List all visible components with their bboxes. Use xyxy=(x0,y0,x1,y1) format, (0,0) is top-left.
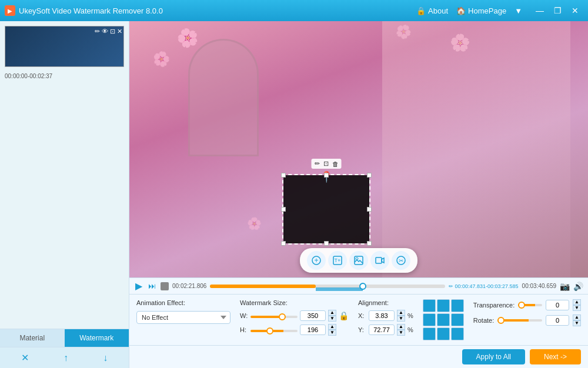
edit-thumb-icon[interactable]: ✏ xyxy=(95,28,100,35)
x-row: X: 3.83 ▲ ▼ % xyxy=(358,310,413,322)
align-bottom-center[interactable] xyxy=(437,327,450,340)
wm-delete-button[interactable]: 🗑 xyxy=(331,159,340,168)
stop-button[interactable] xyxy=(161,282,169,290)
pencil-icon: ✏ xyxy=(449,283,455,289)
height-input[interactable]: 196 xyxy=(300,324,326,335)
alignment-label: Alignment: xyxy=(358,299,413,306)
add-video-button[interactable] xyxy=(370,251,389,270)
transparency-slider[interactable] xyxy=(518,304,542,306)
resize-handle-tl[interactable] xyxy=(281,173,286,178)
wm-copy-button[interactable]: ⊡ xyxy=(322,159,330,168)
x-down-btn[interactable]: ▼ xyxy=(397,316,405,322)
rotate-slider[interactable] xyxy=(497,319,542,322)
align-top-right[interactable] xyxy=(451,299,464,312)
align-middle-center[interactable] xyxy=(437,313,450,326)
about-nav[interactable]: 🔒 About xyxy=(416,6,448,15)
rotate-input[interactable]: 0 xyxy=(546,315,569,326)
sidebar-tabs: Material Watermark xyxy=(0,329,129,347)
delete-action-button[interactable]: ✕ xyxy=(18,351,32,364)
homepage-nav[interactable]: 🏠 HomePage xyxy=(456,6,506,15)
apply-to-all-button[interactable]: Apply to All xyxy=(462,349,525,364)
tab-material[interactable]: Material xyxy=(0,329,65,347)
delete-thumb-icon[interactable]: ✕ xyxy=(117,28,122,35)
rotate-spinners: ▲ ▼ xyxy=(573,315,581,326)
resize-handle-tr[interactable] xyxy=(367,173,372,178)
watermark-selection-box[interactable]: 📍 ✏ ⊡ 🗑 xyxy=(282,174,370,245)
align-top-center[interactable] xyxy=(437,299,450,312)
animation-effect-select[interactable]: No Effect xyxy=(136,311,230,324)
width-down-btn[interactable]: ▼ xyxy=(328,316,336,322)
character-area xyxy=(382,21,570,277)
eye-icon[interactable]: 👁 xyxy=(102,28,108,35)
y-up-btn[interactable]: ▲ xyxy=(397,324,405,330)
thumbnail-icons: ✏ 👁 ⊡ ✕ xyxy=(95,28,122,35)
transparency-down-btn[interactable]: ▼ xyxy=(573,305,581,311)
next-button[interactable]: Next -> xyxy=(530,349,581,364)
align-top-left[interactable] xyxy=(423,299,436,312)
height-row: H: 196 ▲ ▼ xyxy=(240,324,349,336)
restore-button[interactable]: ❐ xyxy=(549,2,566,19)
height-up-btn[interactable]: ▲ xyxy=(328,324,336,330)
svg-text:+: + xyxy=(314,256,318,265)
add-mosaic-button[interactable]: ✂ xyxy=(392,251,410,270)
transparency-up-btn[interactable]: ▲ xyxy=(573,299,581,305)
timeline-progress xyxy=(210,285,316,288)
x-label: X: xyxy=(358,312,366,319)
flower-deco-1: 🌸 xyxy=(173,24,201,51)
y-input[interactable]: 72.77 xyxy=(369,324,395,335)
add-watermark-button[interactable]: + xyxy=(307,251,326,270)
height-slider[interactable] xyxy=(250,330,298,332)
lock-aspect-icon[interactable]: 🔒 xyxy=(339,311,349,320)
about-label: About xyxy=(428,6,448,15)
resize-handle-top[interactable] xyxy=(324,173,329,178)
step-forward-button[interactable]: ⏭ xyxy=(147,282,157,290)
align-bottom-left[interactable] xyxy=(423,327,436,340)
close-button[interactable]: ✕ xyxy=(567,2,583,19)
up-action-button[interactable]: ↑ xyxy=(60,352,72,364)
width-input[interactable]: 350 xyxy=(300,310,326,321)
rotate-label: Rotate: xyxy=(473,317,494,324)
resize-handle-left[interactable] xyxy=(281,207,286,212)
y-down-btn[interactable]: ▼ xyxy=(397,330,405,336)
align-bottom-right[interactable] xyxy=(451,327,464,340)
sidebar-video-thumbnail[interactable]: ✏ 👁 ⊡ ✕ xyxy=(5,26,124,67)
align-middle-left[interactable] xyxy=(423,313,436,326)
screenshot-button[interactable]: 📷 xyxy=(560,282,570,291)
tab-watermark[interactable]: Watermark xyxy=(65,329,129,347)
timeline[interactable] xyxy=(210,282,445,291)
transparency-spinners: ▲ ▼ xyxy=(573,299,581,311)
add-text-button[interactable]: T+ xyxy=(328,251,347,270)
add-image-button[interactable] xyxy=(349,251,368,270)
right-panel: 🌸 🌸 🌸 🌸 🌸 📍 ✏ ⊡ 🗑 xyxy=(129,21,588,368)
animation-effect-label: Animation Effect: xyxy=(136,299,230,306)
resize-handle-br[interactable] xyxy=(367,241,372,246)
transparency-label: Transparence: xyxy=(473,302,515,309)
height-down-btn[interactable]: ▼ xyxy=(328,330,336,336)
dropdown-icon[interactable]: ▼ xyxy=(514,6,522,15)
y-spinners: ▲ ▼ xyxy=(397,324,405,336)
timeline-thumb[interactable] xyxy=(359,283,366,290)
width-slider[interactable] xyxy=(250,316,298,318)
resize-handle-right[interactable] xyxy=(367,207,372,212)
align-middle-right[interactable] xyxy=(451,313,464,326)
minimize-button[interactable]: — xyxy=(532,2,548,19)
height-spinners: ▲ ▼ xyxy=(328,324,336,336)
watermark-box-toolbar: ✏ ⊡ 🗑 xyxy=(312,159,342,169)
wm-edit-button[interactable]: ✏ xyxy=(313,159,321,168)
down-action-button[interactable]: ↓ xyxy=(99,352,111,364)
width-up-btn[interactable]: ▲ xyxy=(328,310,336,316)
title-bar-right: 🔒 About 🏠 HomePage ▼ — ❐ ✕ xyxy=(416,2,583,19)
sidebar: ✏ 👁 ⊡ ✕ 00:00:00-00:02:37 Material Water… xyxy=(0,21,129,368)
transparency-input[interactable]: 0 xyxy=(546,300,569,310)
volume-button[interactable]: 🔊 xyxy=(573,282,583,291)
resize-handle-bl[interactable] xyxy=(281,241,286,246)
resize-handle-bottom[interactable] xyxy=(324,241,329,246)
rotate-up-btn[interactable]: ▲ xyxy=(573,315,581,320)
copy-thumb-icon[interactable]: ⊡ xyxy=(110,28,115,35)
rotate-down-btn[interactable]: ▼ xyxy=(573,320,581,326)
x-spinners: ▲ ▼ xyxy=(397,310,405,322)
play-button[interactable]: ▶ xyxy=(134,280,143,292)
time-current: 00:02:21.806 xyxy=(172,283,206,289)
x-up-btn[interactable]: ▲ xyxy=(397,310,405,316)
x-input[interactable]: 3.83 xyxy=(369,310,395,321)
